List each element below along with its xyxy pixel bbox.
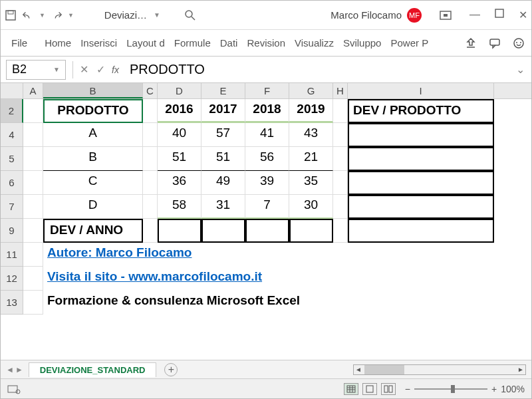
maximize-icon[interactable] [495,9,504,21]
save-icon[interactable] [5,9,17,21]
horizontal-scrollbar[interactable]: ◄ ► [353,364,526,375]
tab-home[interactable]: Home [41,33,75,53]
row-header-13[interactable]: 13 [1,291,23,315]
expand-formula-bar-icon[interactable]: ⌄ [516,63,525,76]
cell-b6[interactable]: C [43,171,143,195]
tab-powerp[interactable]: Power P [386,33,432,53]
row-header-11[interactable]: 11 [1,243,23,267]
cell-i9[interactable] [348,219,494,243]
tab-dati[interactable]: Dati [216,33,242,53]
name-box[interactable]: B2 ▼ [6,60,66,80]
row-header-6[interactable]: 6 [1,171,23,195]
formula-content[interactable]: PRODOTTO [130,62,516,77]
view-normal-icon[interactable] [344,383,358,395]
tab-inserisci[interactable]: Inserisci [76,33,121,53]
cell-b12[interactable]: Visita il sito - www.marcofilocamo.it [43,267,266,291]
cell-d9[interactable] [158,219,201,243]
cell-e7[interactable]: 31 [201,195,245,219]
user-account[interactable]: Marco Filocamo MF [331,8,422,23]
help-icon[interactable] [513,37,525,49]
cell-f6[interactable]: 39 [245,171,289,195]
redo-icon[interactable] [51,9,63,21]
cell-f4[interactable]: 41 [245,123,289,147]
cell-b7[interactable]: D [43,195,143,219]
select-all-corner[interactable] [1,83,23,98]
tab-layout[interactable]: Layout d [122,33,169,53]
scroll-thumb[interactable] [364,365,404,374]
col-header-c[interactable]: C [143,83,158,98]
cell-b5[interactable]: B [43,147,143,171]
col-header-f[interactable]: F [245,83,289,98]
undo-dropdown-icon[interactable]: ▼ [39,12,45,19]
col-header-b[interactable]: B [43,83,143,98]
cell-grid[interactable]: PRODOTTO 2016 2017 2018 2019 DEV / PRODO… [23,99,531,362]
view-page-layout-icon[interactable] [362,383,377,395]
zoom-out-icon[interactable]: − [405,384,410,394]
cell-e2[interactable]: 2017 [201,99,245,123]
row-header-4[interactable]: 4 [1,123,23,147]
tab-sviluppo[interactable]: Sviluppo [339,33,386,53]
search-icon[interactable] [184,9,196,21]
sheet-nav-next-icon[interactable]: ► [15,365,23,374]
cancel-formula-icon[interactable]: ✕ [80,63,88,76]
cell-f9[interactable] [245,219,289,243]
undo-icon[interactable] [22,9,34,21]
row-header-2[interactable]: 2 [1,99,23,123]
qat-customize-icon[interactable]: ▼ [68,12,74,19]
col-header-i[interactable]: I [348,83,494,98]
cell-d6[interactable]: 36 [158,171,201,195]
col-header-g[interactable]: G [289,83,333,98]
comments-icon[interactable] [489,37,501,49]
cell-g7[interactable]: 30 [289,195,333,219]
ribbon-display-icon[interactable] [439,10,452,21]
col-header-h[interactable]: H [333,83,348,98]
fx-icon[interactable]: fx [112,65,119,75]
cell-i6[interactable] [348,171,494,195]
share-icon[interactable] [465,37,477,49]
doc-dropdown-icon[interactable]: ▼ [154,11,160,19]
zoom-in-icon[interactable]: + [491,384,497,394]
close-icon[interactable]: ✕ [519,9,527,21]
cell-e6[interactable]: 49 [201,171,245,195]
row-header-5[interactable]: 5 [1,147,23,171]
cell-f7[interactable]: 7 [245,195,289,219]
cell-b13[interactable]: Formazione & consulenza Microsoft Excel [43,291,304,315]
enter-formula-icon[interactable]: ✓ [96,63,105,76]
cell-i7[interactable] [348,195,494,219]
col-header-e[interactable]: E [201,83,245,98]
view-page-break-icon[interactable] [381,383,396,395]
cell-i4[interactable] [348,123,494,147]
cell-g5[interactable]: 21 [289,147,333,171]
scroll-left-icon[interactable]: ◄ [354,366,363,373]
add-sheet-icon[interactable]: + [164,363,178,376]
cell-d2[interactable]: 2016 [158,99,201,123]
name-box-dropdown-icon[interactable]: ▼ [53,66,60,73]
zoom-slider[interactable] [414,388,487,390]
row-header-7[interactable]: 7 [1,195,23,219]
cell-b11[interactable]: Autore: Marco Filocamo [43,243,196,267]
cell-g9[interactable] [289,219,333,243]
tab-formule[interactable]: Formule [170,33,215,53]
cell-i2[interactable]: DEV / PRODOTTO [348,99,494,123]
tab-visualizza[interactable]: Visualizz [291,33,338,53]
minimize-icon[interactable]: — [469,9,480,21]
cell-e4[interactable]: 57 [201,123,245,147]
sheet-nav-prev-icon[interactable]: ◄ [6,365,14,374]
col-header-a[interactable]: A [23,83,43,98]
cell-g2[interactable]: 2019 [289,99,333,123]
sheet-tab-active[interactable]: DEVIAZIONE_STANDARD [29,362,157,377]
cell-i5[interactable] [348,147,494,171]
cell-d7[interactable]: 58 [158,195,201,219]
row-header-12[interactable]: 12 [1,267,23,291]
cell-g4[interactable]: 43 [289,123,333,147]
tab-file[interactable]: File [7,33,31,53]
scroll-right-icon[interactable]: ► [516,366,525,373]
cell-b9[interactable]: DEV / ANNO [43,219,143,243]
record-macro-icon[interactable] [7,384,21,394]
cell-f5[interactable]: 56 [245,147,289,171]
cell-g6[interactable]: 35 [289,171,333,195]
cell-e9[interactable] [201,219,245,243]
cell-d4[interactable]: 40 [158,123,201,147]
cell-e5[interactable]: 51 [201,147,245,171]
cell-f2[interactable]: 2018 [245,99,289,123]
